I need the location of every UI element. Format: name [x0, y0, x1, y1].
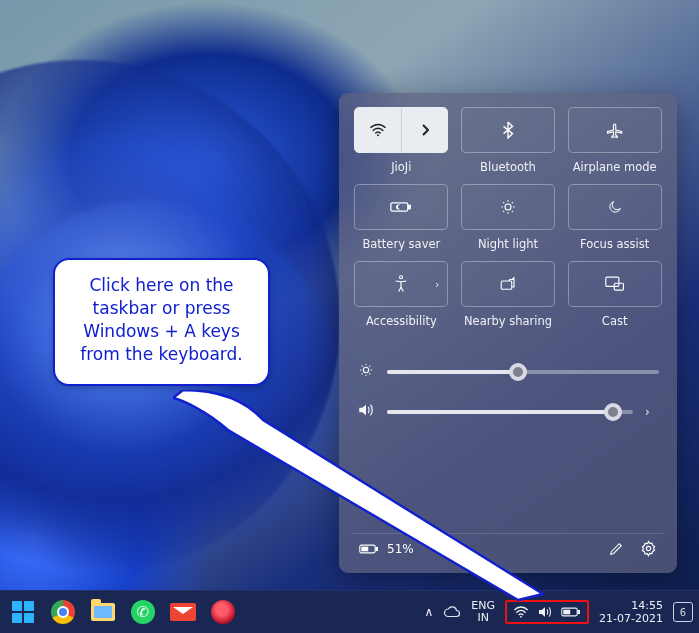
- whatsapp-icon: ✆: [131, 600, 155, 624]
- notification-center-button[interactable]: 6: [673, 602, 693, 622]
- brightness-thumb[interactable]: [509, 363, 527, 381]
- cloud-icon[interactable]: [443, 606, 461, 618]
- flyout-bottom-bar: 51%: [353, 533, 663, 559]
- settings-icon[interactable]: [640, 540, 657, 557]
- svg-rect-16: [563, 610, 570, 615]
- brightness-slider[interactable]: [353, 362, 663, 382]
- accessibility-icon: [393, 275, 409, 293]
- svg-rect-10: [376, 547, 378, 550]
- volume-icon: [537, 605, 553, 619]
- tile-label-nearby-sharing: Nearby sharing: [464, 314, 552, 328]
- tile-label-accessibility: Accessibility: [366, 314, 437, 328]
- tile-night-light[interactable]: [461, 184, 555, 230]
- svg-rect-15: [578, 610, 580, 613]
- quick-settings-flyout: JioJi Bluetooth Airplane mode Battery sa…: [339, 93, 677, 573]
- tile-cast[interactable]: [568, 261, 662, 307]
- clock-time: 14:55: [599, 599, 663, 612]
- wifi-toggle[interactable]: [355, 108, 401, 152]
- mail-icon: [170, 603, 196, 621]
- wifi-icon: [513, 606, 529, 618]
- brightness-icon: [357, 362, 375, 382]
- volume-track[interactable]: [387, 410, 633, 414]
- tile-battery-saver[interactable]: [354, 184, 448, 230]
- taskbar-pinned-apps: ✆: [0, 595, 240, 629]
- svg-point-13: [520, 616, 522, 618]
- tile-label-wifi: JioJi: [391, 160, 411, 174]
- tile-accessibility[interactable]: ›: [354, 261, 448, 307]
- tile-wifi[interactable]: [354, 107, 448, 153]
- volume-slider[interactable]: ›: [353, 402, 663, 422]
- battery-icon: [359, 543, 379, 555]
- svg-rect-2: [409, 205, 411, 208]
- clock-date: 21-07-2021: [599, 612, 663, 625]
- battery-saver-icon: [390, 200, 412, 214]
- chrome-icon: [51, 600, 75, 624]
- svg-rect-6: [605, 277, 618, 286]
- language-indicator[interactable]: ENG IN: [471, 600, 495, 624]
- tile-label-airplane: Airplane mode: [573, 160, 657, 174]
- svg-rect-1: [391, 203, 408, 211]
- tray-overflow-chevron[interactable]: ∧: [425, 605, 434, 619]
- focus-assist-icon: [607, 199, 623, 215]
- start-button[interactable]: [6, 595, 40, 629]
- airplane-icon: [606, 121, 624, 139]
- cast-icon: [605, 276, 625, 292]
- notification-count: 6: [680, 607, 686, 618]
- tile-label-cast: Cast: [602, 314, 628, 328]
- tile-label-battery-saver: Battery saver: [362, 237, 440, 251]
- edit-icon[interactable]: [608, 541, 624, 557]
- quick-settings-trigger[interactable]: [505, 600, 589, 624]
- tile-nearby-sharing[interactable]: [461, 261, 555, 307]
- tile-airplane-mode[interactable]: [568, 107, 662, 153]
- opera-icon: [211, 600, 235, 624]
- wifi-icon: [369, 123, 387, 137]
- taskbar-app-whatsapp[interactable]: ✆: [126, 595, 160, 629]
- windows-logo-icon: [12, 601, 34, 623]
- svg-point-8: [363, 367, 368, 372]
- battery-icon: [561, 606, 581, 618]
- tile-label-night-light: Night light: [478, 237, 538, 251]
- taskbar-app-explorer[interactable]: [86, 595, 120, 629]
- language-bottom: IN: [471, 612, 495, 624]
- nearby-share-icon: [499, 276, 517, 292]
- svg-point-12: [646, 546, 650, 550]
- tile-label-focus-assist: Focus assist: [580, 237, 649, 251]
- taskbar: ✆ ∧ ENG IN 14:55 21-07-2021 6: [0, 590, 699, 633]
- system-tray: ∧ ENG IN 14:55 21-07-2021 6: [425, 591, 699, 633]
- svg-rect-5: [501, 281, 512, 289]
- volume-icon: [357, 402, 375, 422]
- bluetooth-icon: [502, 121, 514, 139]
- taskbar-app-chrome[interactable]: [46, 595, 80, 629]
- battery-status-text[interactable]: 51%: [387, 542, 414, 556]
- brightness-track[interactable]: [387, 370, 659, 374]
- volume-expand[interactable]: ›: [645, 405, 659, 419]
- svg-point-3: [505, 204, 511, 210]
- instruction-callout: Click here on the taskbar or press Windo…: [53, 258, 270, 386]
- svg-rect-11: [361, 546, 368, 551]
- taskbar-app-mail[interactable]: [166, 595, 200, 629]
- volume-thumb[interactable]: [604, 403, 622, 421]
- taskbar-clock[interactable]: 14:55 21-07-2021: [599, 599, 663, 625]
- svg-point-4: [400, 276, 403, 279]
- svg-point-0: [377, 134, 379, 136]
- wifi-expand[interactable]: [401, 108, 448, 152]
- quick-settings-tiles-grid: JioJi Bluetooth Airplane mode Battery sa…: [353, 107, 663, 328]
- callout-text: Click here on the taskbar or press Windo…: [80, 275, 243, 364]
- night-light-icon: [499, 198, 517, 216]
- taskbar-app-opera[interactable]: [206, 595, 240, 629]
- file-explorer-icon: [91, 603, 115, 621]
- chevron-right-icon: [421, 124, 429, 136]
- tile-bluetooth[interactable]: [461, 107, 555, 153]
- chevron-right-icon: ›: [435, 279, 439, 290]
- tile-label-bluetooth: Bluetooth: [480, 160, 536, 174]
- tile-focus-assist[interactable]: [568, 184, 662, 230]
